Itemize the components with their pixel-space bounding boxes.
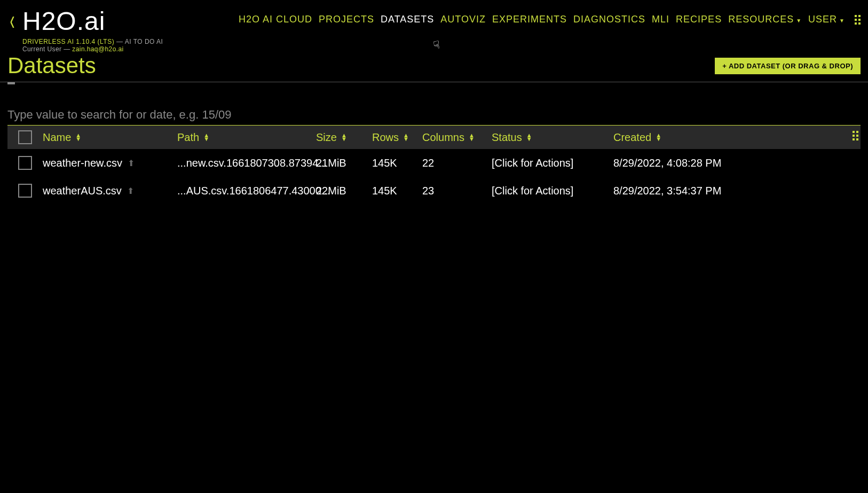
add-dataset-button[interactable]: + ADD DATASET (OR DRAG & DROP) bbox=[715, 58, 861, 74]
dataset-rows: 145K bbox=[372, 157, 397, 169]
sort-icon: ▲▼ bbox=[75, 134, 81, 141]
dataset-size: 21MiB bbox=[316, 157, 346, 169]
select-all-checkbox[interactable] bbox=[7, 130, 43, 144]
sort-icon: ▲▼ bbox=[403, 134, 409, 141]
row-checkbox[interactable] bbox=[18, 156, 32, 170]
dataset-path: ...new.csv.1661807308.87394... bbox=[177, 157, 327, 169]
sort-icon: ▲▼ bbox=[469, 134, 475, 141]
sort-icon: ▲▼ bbox=[656, 134, 661, 141]
sort-icon: ▲▼ bbox=[341, 134, 347, 141]
nav-mli[interactable]: MLI bbox=[652, 14, 669, 25]
datasets-table: Name ▲▼ Path ▲▼ Size ▲▼ Rows ▲▼ Columns … bbox=[0, 126, 868, 205]
nav-h2o-ai-cloud[interactable]: H2O AI CLOUD bbox=[239, 14, 312, 25]
page-title: Datasets bbox=[7, 53, 96, 79]
brand-title[interactable]: H2O.ai bbox=[22, 6, 163, 36]
back-chevron-icon[interactable]: ‹ bbox=[10, 9, 14, 31]
nav-resources-label: RESOURCES bbox=[728, 14, 794, 25]
dataset-columns: 23 bbox=[422, 185, 434, 197]
row-checkbox[interactable] bbox=[18, 184, 32, 198]
column-header-status[interactable]: Status ▲▼ bbox=[492, 131, 613, 144]
upload-icon[interactable]: ⬆ bbox=[128, 158, 135, 168]
main-nav: H2O AI CLOUD PROJECTS DATASETS AUTOVIZ E… bbox=[239, 14, 861, 25]
nav-user-label: USER bbox=[808, 14, 837, 25]
table-header: Name ▲▼ Path ▲▼ Size ▲▼ Rows ▲▼ Columns … bbox=[7, 126, 861, 149]
search-input[interactable] bbox=[7, 104, 861, 126]
dataset-created: 8/29/2022, 4:08:28 PM bbox=[613, 157, 721, 169]
dataset-created: 8/29/2022, 3:54:37 PM bbox=[613, 185, 721, 197]
sort-icon: ▲▼ bbox=[526, 134, 532, 141]
column-columns-label: Columns bbox=[422, 131, 464, 144]
sort-icon: ▲▼ bbox=[203, 134, 209, 141]
dataset-path: ...AUS.csv.1661806477.43000... bbox=[177, 185, 330, 197]
version-line: DRIVERLESS AI 1.10.4 (LTS) — AI TO DO AI bbox=[22, 38, 163, 45]
column-status-label: Status bbox=[492, 131, 522, 144]
column-header-size[interactable]: Size ▲▼ bbox=[316, 131, 372, 144]
dataset-status[interactable]: [Click for Actions] bbox=[492, 157, 573, 169]
column-header-path[interactable]: Path ▲▼ bbox=[177, 131, 316, 144]
table-options-icon[interactable] bbox=[853, 131, 858, 140]
column-rows-label: Rows bbox=[372, 131, 399, 144]
column-name-label: Name bbox=[43, 131, 71, 144]
column-path-label: Path bbox=[177, 131, 199, 144]
column-header-rows[interactable]: Rows ▲▼ bbox=[372, 131, 422, 144]
current-user-email[interactable]: zain.haq@h2o.ai bbox=[72, 45, 123, 53]
nav-user[interactable]: USER▼ bbox=[808, 14, 845, 25]
dataset-status[interactable]: [Click for Actions] bbox=[492, 185, 573, 197]
brand-block: ‹ H2O.ai DRIVERLESS AI 1.10.4 (LTS) — AI… bbox=[7, 6, 163, 53]
nav-autoviz[interactable]: AUTOVIZ bbox=[440, 14, 486, 25]
column-size-label: Size bbox=[316, 131, 337, 144]
nav-diagnostics[interactable]: DIAGNOSTICS bbox=[573, 14, 645, 25]
current-user-line: Current User — zain.haq@h2o.ai bbox=[22, 45, 163, 53]
page-header-row: Datasets + ADD DATASET (OR DRAG & DROP) bbox=[0, 53, 868, 82]
top-bar: ‹ H2O.ai DRIVERLESS AI 1.10.4 (LTS) — AI… bbox=[0, 0, 868, 53]
nav-datasets[interactable]: DATASETS bbox=[381, 14, 434, 25]
version-text: DRIVERLESS AI 1.10.4 (LTS) bbox=[22, 38, 114, 45]
dataset-rows: 145K bbox=[372, 185, 397, 197]
nav-recipes[interactable]: RECIPES bbox=[676, 14, 722, 25]
column-header-name[interactable]: Name ▲▼ bbox=[43, 131, 177, 144]
chevron-down-icon: ▼ bbox=[839, 18, 845, 24]
table-row[interactable]: weatherAUS.csv ⬆ ...AUS.csv.1661806477.4… bbox=[7, 177, 861, 205]
app-grid-icon[interactable] bbox=[855, 15, 861, 25]
dataset-columns: 22 bbox=[422, 157, 434, 169]
table-row[interactable]: weather-new.csv ⬆ ...new.csv.1661807308.… bbox=[7, 149, 861, 177]
progress-indicator bbox=[7, 82, 15, 84]
current-user-label: Current User bbox=[22, 45, 61, 53]
ai-to-do-ai: AI TO DO AI bbox=[125, 38, 163, 45]
dataset-size: 22MiB bbox=[316, 185, 346, 197]
nav-projects[interactable]: PROJECTS bbox=[319, 14, 374, 25]
nav-resources[interactable]: RESOURCES▼ bbox=[728, 14, 802, 25]
column-header-columns[interactable]: Columns ▲▼ bbox=[422, 131, 492, 144]
chevron-down-icon: ▼ bbox=[796, 18, 802, 24]
upload-icon[interactable]: ⬆ bbox=[127, 186, 134, 196]
nav-experiments[interactable]: EXPERIMENTS bbox=[492, 14, 567, 25]
column-header-created[interactable]: Created ▲▼ bbox=[613, 131, 861, 144]
column-created-label: Created bbox=[613, 131, 651, 144]
dataset-name: weather-new.csv bbox=[43, 157, 122, 169]
dataset-name: weatherAUS.csv bbox=[43, 185, 122, 197]
